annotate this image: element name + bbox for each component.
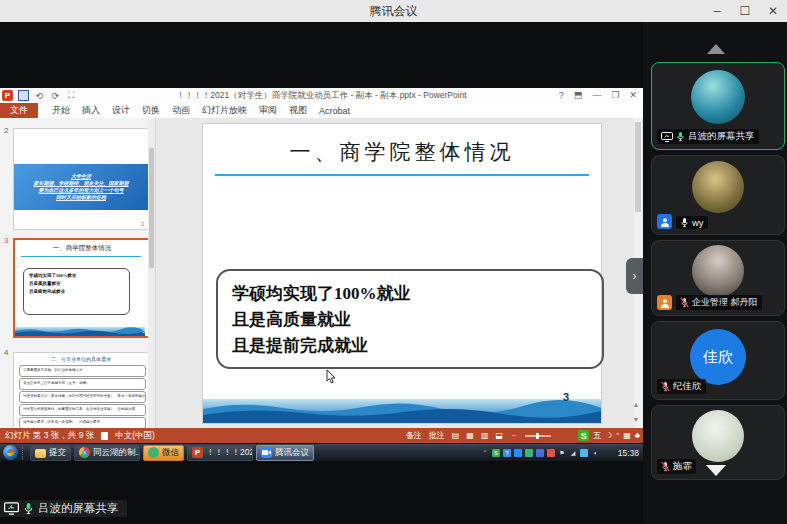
ppt-help-icon[interactable]: ?	[559, 90, 564, 100]
participant-tile-haodanyang[interactable]: 企业管理 郝丹阳	[651, 240, 785, 316]
thumb2-line: 家长期望、学校期待、朋友关注、国家期望	[34, 180, 129, 187]
thumb3-wave	[15, 327, 145, 336]
taskbar-button-powerpoint[interactable]: P ！！！！202...	[187, 445, 253, 461]
ppt-restore-icon[interactable]: ❐	[611, 90, 619, 100]
windows-flag-icon	[7, 449, 14, 456]
tray-expand-icon[interactable]: ⌃	[481, 449, 489, 457]
tray-qq-icon[interactable]	[536, 449, 544, 457]
meeting-camera-icon	[261, 447, 272, 458]
sogou-toolbox-icon[interactable]: ♣	[635, 431, 640, 440]
ppt-ribbon-options-icon[interactable]: ⬒	[574, 90, 583, 100]
taskbar-button-folder[interactable]: 提交	[30, 445, 71, 461]
thumbnail-scrollbar[interactable]	[148, 118, 155, 428]
sidebar-collapse-handle[interactable]: ›	[626, 258, 643, 294]
taskbar-button-label: 提交	[49, 447, 66, 459]
slide-thumbnail-3-selected[interactable]: 一、商学院整体情况 学硕均实现了100%就业 且是高质量就业 且是提前完成就业 …	[13, 238, 151, 338]
ppt-minimize-icon[interactable]: —	[592, 90, 601, 100]
tray-security-icon[interactable]	[547, 449, 555, 457]
tray-help-icon[interactable]: ?	[503, 449, 511, 457]
next-slide-button[interactable]: ▼	[630, 413, 642, 425]
avatar	[691, 70, 745, 124]
tab-slideshow[interactable]: 幻灯片放映	[196, 104, 253, 117]
close-button[interactable]: ✕	[759, 0, 787, 22]
slide-wave-graphic	[203, 399, 601, 423]
participant-label: wy	[676, 216, 708, 229]
taskbar-button-wechat[interactable]: 微信	[143, 445, 184, 461]
slideshow-view-icon[interactable]: ⬓	[495, 431, 503, 440]
participant-label: 吕波的屏幕共享	[657, 129, 759, 144]
slide-sorter-icon[interactable]: ▦	[466, 431, 474, 440]
sogou-fullwidth-icon[interactable]: ☽	[605, 431, 612, 440]
zoom-out-icon[interactable]: －	[510, 430, 518, 441]
taskbar-button-label: 同云湖的制...	[93, 447, 140, 459]
slide-textbox[interactable]: 学硕均实现了100%就业 且是高质量就业 且是提前完成就业	[216, 269, 604, 369]
spellcheck-icon[interactable]	[101, 432, 108, 440]
participant-tile-jijiaxin[interactable]: 佳欣 纪佳欣	[651, 321, 785, 400]
thumb3-page-number: 3	[142, 328, 145, 334]
system-tray: ⌃ S ? ⚑ ◢ ◖	[481, 449, 599, 457]
tab-transitions[interactable]: 切换	[136, 104, 166, 117]
ppt-close-icon[interactable]: ✕	[629, 90, 637, 100]
participant-name: 企业管理 郝丹阳	[692, 296, 758, 309]
thumb2-line: 要为自己这么多年的努力划上一个句号	[39, 187, 124, 194]
maximize-button[interactable]: ☐	[731, 0, 759, 22]
slide-editor-area: 一、商学院整体情况 学硕均实现了100%就业 且是高质量就业 且是提前完成就业 …	[156, 118, 643, 428]
slide-thumbnail-2[interactable]: 大学生涯 家长期望、学校期待、朋友关注、国家期望 要为自己这么多年的努力划上一个…	[13, 128, 149, 230]
taskbar-button-meeting[interactable]: 腾讯会议	[256, 445, 314, 461]
tray-sogou-icon[interactable]: S	[492, 449, 500, 457]
start-button[interactable]	[3, 445, 18, 460]
tab-animations[interactable]: 动画	[166, 104, 196, 117]
taskbar-clock[interactable]: 15:38	[618, 448, 639, 458]
sogou-punctuation-icon[interactable]: ”	[617, 431, 620, 440]
sogou-keyboard-icon[interactable]: ▦	[623, 431, 631, 440]
normal-view-icon[interactable]: ▤	[452, 431, 460, 440]
reading-view-icon[interactable]: ▥	[481, 431, 489, 440]
tray-bluetooth-icon[interactable]	[580, 449, 588, 457]
sogou-wubi-mode[interactable]: 五	[593, 430, 601, 441]
thumb4-box: 动手能力要求（已形成一定成果）、沟通能力要求	[19, 417, 146, 428]
tray-volume-icon[interactable]: ◖	[591, 449, 599, 457]
scroll-up-arrow-icon[interactable]	[707, 44, 725, 54]
zoom-slider[interactable]	[525, 435, 551, 437]
tab-home[interactable]: 开始	[46, 104, 76, 117]
participant-name: wy	[692, 217, 704, 228]
window-title: 腾讯会议	[370, 3, 418, 20]
minimize-button[interactable]: –	[703, 0, 731, 22]
mic-on-icon	[23, 502, 34, 515]
tray-flag-icon[interactable]: ⚑	[558, 449, 566, 457]
slide-text-line: 学硕均实现了100%就业	[232, 281, 602, 307]
tray-meeting-icon[interactable]	[514, 449, 522, 457]
current-slide[interactable]: 一、商学院整体情况 学硕均实现了100%就业 且是高质量就业 且是提前完成就业 …	[202, 123, 602, 424]
tab-view[interactable]: 视图	[283, 104, 313, 117]
tray-wechat-icon[interactable]	[525, 449, 533, 457]
language-indicator[interactable]: 中文(中国)	[115, 430, 155, 442]
taskbar-button-label: ！！！！202...	[206, 447, 253, 459]
participant-panel: 吕波的屏幕共享 wy	[643, 22, 787, 524]
comments-button[interactable]: 批注	[429, 430, 445, 441]
window-titlebar: 腾讯会议	[0, 0, 787, 22]
tab-design[interactable]: 设计	[106, 104, 136, 117]
sogou-logo-icon[interactable]: S	[578, 430, 589, 441]
participant-tile-wy[interactable]: wy	[651, 155, 785, 235]
ppt-titlebar: P ⟲ ⟳ ⛶ ！！！！2021（对学生）商学院就业动员工作 - 副本 - 副本…	[0, 88, 643, 103]
participant-label: 企业管理 郝丹阳	[676, 295, 762, 310]
avatar	[692, 245, 744, 297]
participant-tile-lvbo[interactable]: 吕波的屏幕共享	[651, 62, 785, 150]
tab-acrobat[interactable]: Acrobat	[313, 106, 356, 116]
slide-thumbnail-4[interactable]: 二、分专业单位的具体需求 急需掌握双方本领、跨行业的高端人才 专业在学历上占中高…	[13, 352, 149, 428]
tray-network-icon[interactable]: ◢	[569, 449, 577, 457]
tab-insert[interactable]: 插入	[76, 104, 106, 117]
quick-launch-divider	[22, 447, 26, 459]
notes-button[interactable]: 备注	[406, 430, 422, 441]
scroll-down-arrow-icon[interactable]	[706, 465, 726, 476]
slide-text-line: 且是高质量就业	[232, 307, 602, 333]
tab-file[interactable]: 文件	[0, 103, 38, 118]
previous-slide-button[interactable]: ▲	[630, 398, 642, 410]
status-right: 备注 批注 ▤ ▦ ▥ ⬓ －	[406, 430, 551, 441]
tab-review[interactable]: 审阅	[253, 104, 283, 117]
participant-label: 施霏	[657, 459, 696, 474]
avatar-initials: 佳欣	[703, 348, 733, 367]
thumb3-number: 3	[4, 236, 8, 245]
sharing-indicator-text: 吕波的屏幕共享	[38, 501, 119, 516]
taskbar-button-chrome[interactable]: 同云湖的制...	[74, 445, 140, 461]
